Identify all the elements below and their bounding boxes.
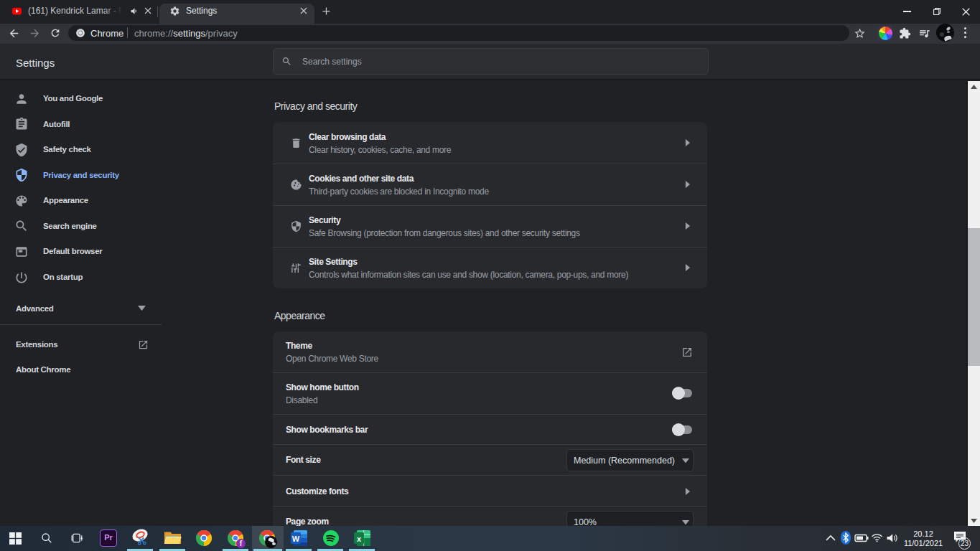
svg-text:W: W (292, 534, 300, 543)
svg-text:x: x (357, 534, 362, 543)
